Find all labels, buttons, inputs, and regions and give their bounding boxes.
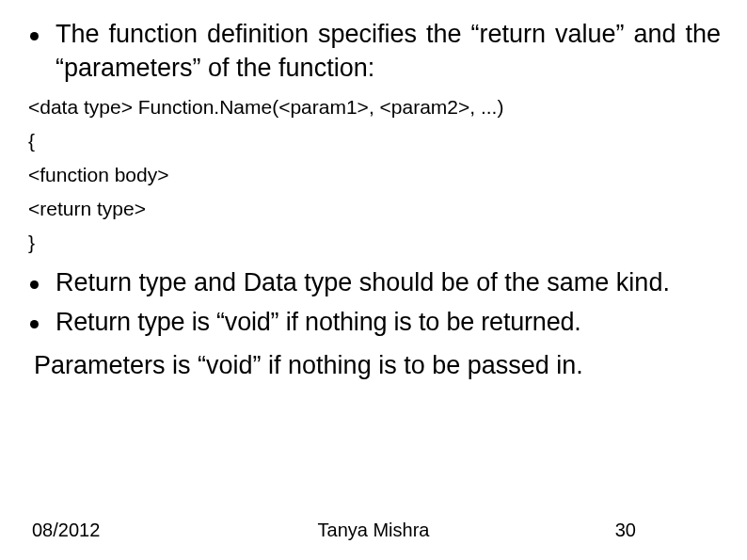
- bullet-text: Return type and Data type should be of t…: [56, 265, 721, 299]
- slide: The function definition specifies the “r…: [0, 0, 747, 560]
- footer: 08/2012 Tanya Mishra 30: [0, 520, 747, 541]
- footer-page-number: 30: [615, 520, 721, 541]
- bullet-icon: [30, 32, 39, 40]
- bullet-icon: [30, 320, 39, 328]
- code-line-signature: <data type> Function.Name(<param1>, <par…: [28, 94, 721, 120]
- bullet-item: Return type and Data type should be of t…: [26, 265, 721, 299]
- code-line-return: <return type>: [28, 196, 721, 222]
- bullet-icon: [30, 280, 39, 289]
- bullet-text: Return type is “void” if nothing is to b…: [56, 305, 721, 339]
- code-line-open-brace: {: [28, 128, 721, 154]
- paragraph-parameters-void: Parameters is “void” if nothing is to be…: [34, 348, 713, 382]
- code-line-body: <function body>: [28, 162, 721, 188]
- bullet-text: The function definition specifies the “r…: [56, 17, 721, 85]
- footer-date: 08/2012: [26, 520, 100, 541]
- code-line-close-brace: }: [28, 230, 721, 256]
- bullet-item: Return type is “void” if nothing is to b…: [26, 305, 721, 339]
- bullet-item: The function definition specifies the “r…: [26, 17, 721, 85]
